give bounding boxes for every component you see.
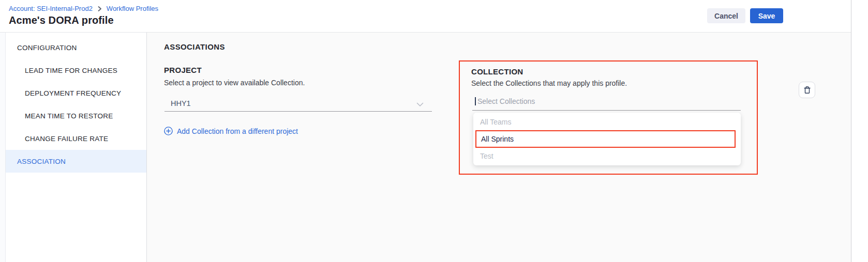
page-title: Acme's DORA profile [9, 14, 114, 26]
breadcrumb-account-link[interactable]: Account: SEI-Internal-Prod2 [9, 5, 93, 12]
sidebar-item-mean-time-to-restore[interactable]: MEAN TIME TO RESTORE [6, 104, 146, 127]
add-collection-link[interactable]: Add Collection from a different project [164, 127, 298, 135]
left-gutter [0, 33, 6, 262]
scrollbar-track[interactable] [851, 0, 868, 262]
sidebar-item-configuration[interactable]: CONFIGURATION [6, 36, 146, 59]
breadcrumb-workflow-profiles-link[interactable]: Workflow Profiles [107, 5, 158, 12]
project-section: PROJECT Select a project to view availab… [164, 66, 432, 135]
collections-input-placeholder: Select Collections [477, 97, 535, 105]
collections-dropdown: All Teams All Sprints Test [473, 113, 741, 165]
cancel-button[interactable]: Cancel [707, 8, 745, 23]
dropdown-option-all-teams[interactable]: All Teams [473, 114, 741, 130]
trash-icon [803, 86, 811, 94]
sidebar-nav: CONFIGURATION LEAD TIME FOR CHANGES DEPL… [6, 33, 147, 262]
delete-association-button[interactable] [799, 82, 815, 98]
page-header: Account: SEI-Internal-Prod2 Workflow Pro… [0, 0, 868, 33]
chevron-down-icon [416, 100, 424, 109]
collection-section: COLLECTION Select the Collections that m… [460, 61, 757, 174]
sidebar-item-association[interactable]: ASSOCIATION [6, 150, 146, 173]
circle-plus-icon [164, 127, 173, 135]
project-title: PROJECT [164, 66, 432, 74]
sidebar-item-change-failure-rate[interactable]: CHANGE FAILURE RATE [6, 127, 146, 150]
dropdown-option-all-sprints[interactable]: All Sprints [475, 130, 736, 148]
sidebar-item-deployment-frequency[interactable]: DEPLOYMENT FREQUENCY [6, 82, 146, 104]
associations-section-title: ASSOCIATIONS [164, 42, 225, 51]
project-select-value: HHY1 [171, 99, 191, 107]
project-select[interactable]: HHY1 [164, 95, 432, 112]
save-button[interactable]: Save [750, 8, 783, 23]
collection-description: Select the Collections that may apply th… [471, 79, 627, 87]
chevron-right-icon [97, 6, 102, 11]
annotation-highlight-box-collection: COLLECTION Select the Collections that m… [459, 60, 758, 175]
associations-panel: ASSOCIATIONS PROJECT Select a project to… [147, 33, 851, 262]
text-cursor [475, 97, 476, 105]
project-description: Select a project to view available Colle… [164, 79, 432, 87]
dropdown-option-test[interactable]: Test [473, 148, 741, 164]
breadcrumb: Account: SEI-Internal-Prod2 Workflow Pro… [9, 5, 158, 12]
add-collection-link-label: Add Collection from a different project [177, 127, 298, 135]
collection-title: COLLECTION [471, 67, 523, 76]
collections-multiselect-input[interactable]: Select Collections [472, 93, 741, 111]
sidebar-item-lead-time-for-changes[interactable]: LEAD TIME FOR CHANGES [6, 59, 146, 82]
